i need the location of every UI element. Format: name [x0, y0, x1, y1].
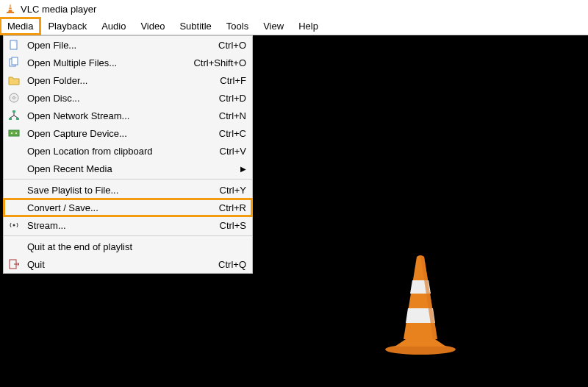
- disc-icon: [7, 90, 21, 105]
- svg-point-17: [11, 132, 12, 134]
- video-area: [253, 35, 588, 387]
- menu-item-open-disc[interactable]: Open Disc... Ctrl+D: [4, 89, 252, 107]
- svg-point-9: [13, 97, 15, 99]
- svg-marker-0: [8, 4, 12, 13]
- menu-label: Quit at the end of playlist: [27, 241, 246, 252]
- menubar: Media Playback Audio Video Subtitle Tool…: [0, 18, 588, 35]
- menu-label: Open Disc...: [27, 93, 204, 104]
- media-dropdown: Open File... Ctrl+O Open Multiple Files.…: [3, 35, 253, 274]
- blank-icon: [7, 143, 21, 158]
- menu-shortcut: Ctrl+F: [220, 75, 246, 86]
- folder-icon: [7, 73, 21, 88]
- menu-item-open-capture[interactable]: Open Capture Device... Ctrl+C: [4, 124, 252, 142]
- menu-help[interactable]: Help: [291, 18, 326, 35]
- menu-label: Save Playlist to File...: [27, 185, 205, 196]
- menu-shortcut: Ctrl+R: [219, 202, 246, 213]
- file-icon: [7, 38, 21, 52]
- svg-rect-7: [12, 57, 18, 65]
- menu-shortcut: Ctrl+O: [218, 40, 246, 51]
- menu-label: Open Folder...: [27, 75, 205, 86]
- svg-rect-16: [9, 130, 19, 136]
- svg-rect-10: [12, 110, 15, 113]
- menu-separator: [4, 235, 252, 236]
- svg-point-18: [15, 132, 17, 134]
- menu-label: Open Location from clipboard: [27, 146, 205, 157]
- svg-rect-12: [16, 118, 19, 120]
- menu-item-open-network[interactable]: Open Network Stream... Ctrl+N: [4, 107, 252, 124]
- menu-item-open-clipboard[interactable]: Open Location from clipboard Ctrl+V: [4, 142, 252, 160]
- menu-view[interactable]: View: [256, 18, 291, 35]
- menu-item-open-file[interactable]: Open File... Ctrl+O: [4, 36, 252, 54]
- menu-shortcut: Ctrl+C: [219, 128, 246, 139]
- submenu-arrow-icon: ▶: [240, 165, 246, 173]
- blank-icon: [7, 182, 21, 197]
- network-icon: [7, 108, 21, 123]
- menu-separator: [4, 179, 252, 180]
- svg-rect-3: [7, 12, 14, 13]
- menu-label: Quit: [27, 259, 204, 270]
- menu-audio[interactable]: Audio: [94, 18, 133, 35]
- window-title: VLC media player: [21, 4, 96, 15]
- menu-subtitle[interactable]: Subtitle: [172, 18, 218, 35]
- menu-media[interactable]: Media: [0, 18, 40, 35]
- menu-label: Open Recent Media: [27, 163, 233, 174]
- menu-label: Open Multiple Files...: [27, 57, 179, 68]
- stream-icon: [7, 218, 21, 232]
- menu-playback[interactable]: Playback: [40, 18, 94, 35]
- menu-video[interactable]: Video: [133, 18, 172, 35]
- menu-shortcut: Ctrl+N: [219, 110, 246, 121]
- capture-icon: [7, 126, 21, 141]
- quit-icon: [7, 257, 21, 271]
- menu-shortcut: Ctrl+S: [220, 220, 246, 231]
- menu-label: Open Capture Device...: [27, 128, 204, 139]
- svg-line-15: [14, 116, 18, 118]
- menu-label: Stream...: [27, 220, 205, 231]
- menu-item-convert-save[interactable]: Convert / Save... Ctrl+R: [4, 199, 252, 216]
- vlc-logo-icon: [380, 252, 461, 358]
- blank-icon: [7, 200, 21, 215]
- blank-icon: [7, 161, 21, 176]
- blank-icon: [7, 239, 21, 254]
- titlebar: VLC media player: [0, 0, 588, 18]
- menu-item-quit-end[interactable]: Quit at the end of playlist: [4, 238, 252, 255]
- menu-shortcut: Ctrl+V: [220, 146, 246, 157]
- menu-shortcut: Ctrl+Shift+O: [193, 57, 246, 68]
- vlc-cone-icon: [4, 2, 16, 16]
- menu-shortcut: Ctrl+D: [219, 93, 246, 104]
- menu-item-open-folder[interactable]: Open Folder... Ctrl+F: [4, 71, 252, 89]
- menu-label: Convert / Save...: [27, 202, 204, 213]
- menu-item-quit[interactable]: Quit Ctrl+Q: [4, 255, 252, 273]
- menu-tools[interactable]: Tools: [219, 18, 256, 35]
- menu-item-save-playlist[interactable]: Save Playlist to File... Ctrl+Y: [4, 181, 252, 199]
- menu-item-open-recent[interactable]: Open Recent Media ▶: [4, 160, 252, 177]
- svg-rect-1: [9, 7, 12, 7]
- menu-shortcut: Ctrl+Q: [218, 259, 246, 270]
- svg-point-19: [13, 224, 15, 227]
- menu-item-open-multiple[interactable]: Open Multiple Files... Ctrl+Shift+O: [4, 54, 252, 71]
- menu-label: Open Network Stream...: [27, 110, 204, 121]
- files-icon: [7, 55, 21, 70]
- svg-rect-2: [9, 9, 12, 10]
- svg-line-14: [10, 116, 14, 118]
- menu-item-stream[interactable]: Stream... Ctrl+S: [4, 216, 252, 234]
- svg-rect-11: [9, 118, 12, 120]
- menu-shortcut: Ctrl+Y: [220, 185, 246, 196]
- menu-label: Open File...: [27, 40, 204, 51]
